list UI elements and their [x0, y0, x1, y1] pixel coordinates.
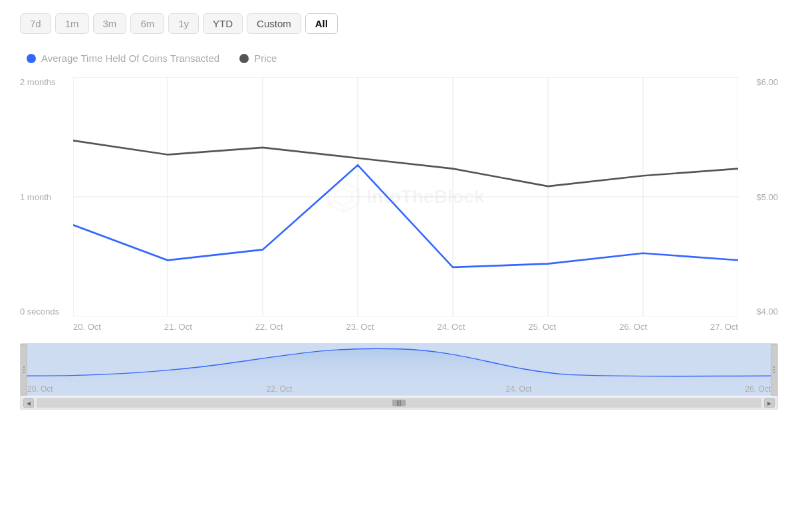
- legend-item-price: Price: [239, 53, 277, 64]
- legend-item-avg-time: Average Time Held Of Coins Transacted: [27, 53, 219, 64]
- nav-x-label-0: 20. Oct: [27, 384, 53, 394]
- btn-3m[interactable]: 3m: [93, 13, 127, 34]
- x-label-0: 20. Oct: [73, 322, 101, 332]
- btn-custom[interactable]: Custom: [247, 13, 301, 34]
- x-label-7: 27. Oct: [710, 322, 738, 332]
- y-axis-left: 2 months 1 month 0 seconds: [20, 77, 73, 336]
- handle-lines-right: [773, 366, 775, 373]
- btn-1y[interactable]: 1y: [168, 13, 199, 34]
- y-label-top-right: $6.00: [756, 77, 778, 87]
- main-container: 7d 1m 3m 6m 1y YTD Custom All Average Ti…: [0, 0, 798, 532]
- time-range-selector: 7d 1m 3m 6m 1y YTD Custom All: [20, 13, 778, 34]
- legend-label-price: Price: [254, 53, 277, 64]
- navigator[interactable]: 20. Oct 22. Oct 24. Oct 26. Oct ◄ ||| ►: [20, 343, 778, 410]
- x-label-1: 21. Oct: [164, 322, 192, 332]
- legend-label-avg-time: Average Time Held Of Coins Transacted: [41, 53, 219, 64]
- nav-x-labels: 20. Oct 22. Oct 24. Oct 26. Oct: [27, 382, 771, 396]
- scroll-left-arrow[interactable]: ◄: [23, 398, 34, 408]
- main-chart-svg: [73, 77, 738, 317]
- x-axis: 20. Oct 21. Oct 22. Oct 23. Oct 24. Oct …: [73, 317, 738, 336]
- scroll-center-mark: |||: [392, 400, 406, 406]
- nav-svg-container: [27, 344, 771, 382]
- x-label-2: 22. Oct: [255, 322, 283, 332]
- chart-area: 2 months 1 month 0 seconds $6.00 $5.00 $…: [20, 77, 778, 336]
- x-label-6: 26. Oct: [619, 322, 647, 332]
- x-label-3: 23. Oct: [346, 322, 374, 332]
- y-axis-right: $6.00 $5.00 $4.00: [738, 77, 778, 336]
- navigator-handle-left[interactable]: [21, 344, 27, 396]
- handle-lines-left: [23, 366, 25, 373]
- chart-legend: Average Time Held Of Coins Transacted Pr…: [20, 53, 778, 64]
- legend-dot-price: [239, 54, 249, 63]
- scroll-thumb: |||: [392, 400, 406, 406]
- btn-all[interactable]: All: [305, 13, 338, 34]
- x-label-5: 25. Oct: [528, 322, 556, 332]
- scroll-track[interactable]: |||: [37, 398, 761, 408]
- navigator-handle-right[interactable]: [771, 344, 777, 396]
- x-label-4: 24. Oct: [437, 322, 465, 332]
- nav-x-label-1: 22. Oct: [267, 384, 293, 394]
- nav-x-label-2: 24. Oct: [506, 384, 532, 394]
- btn-1m[interactable]: 1m: [55, 13, 89, 34]
- y-label-top-left: 2 months: [20, 77, 73, 87]
- y-label-bot-left: 0 seconds: [20, 307, 73, 317]
- btn-7d[interactable]: 7d: [20, 13, 51, 34]
- nav-x-label-3: 26. Oct: [745, 384, 771, 394]
- btn-ytd[interactable]: YTD: [203, 13, 243, 34]
- y-label-mid-left: 1 month: [20, 192, 73, 202]
- main-chart-wrapper: 2 months 1 month 0 seconds $6.00 $5.00 $…: [20, 77, 778, 336]
- navigator-svg: [27, 344, 771, 382]
- chart-svg-container: IntoTheBlock: [73, 77, 738, 317]
- scroll-right-arrow[interactable]: ►: [764, 398, 775, 408]
- y-label-mid-right: $5.00: [756, 192, 778, 202]
- y-label-bot-right: $4.00: [756, 307, 778, 317]
- legend-dot-avg-time: [27, 54, 36, 63]
- scrollbar[interactable]: ◄ ||| ►: [21, 397, 777, 409]
- btn-6m[interactable]: 6m: [130, 13, 164, 34]
